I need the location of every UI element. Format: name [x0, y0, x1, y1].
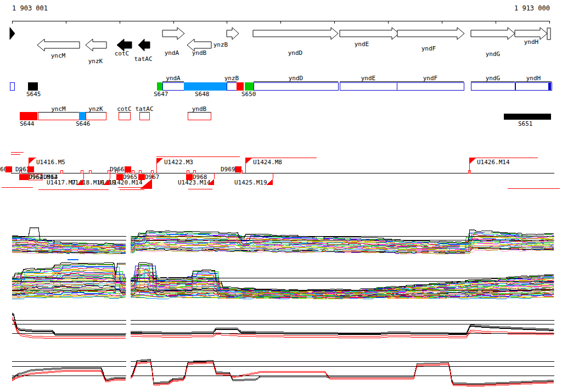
segment-box-S651[interactable] [504, 114, 550, 119]
profile-series [131, 266, 554, 291]
gene-arrow-yndA[interactable] [162, 27, 184, 40]
segment-track-b: S644yncMS646ynzKcotCtatACyndBS651 [20, 105, 550, 127]
segment-gene-label-yndH[interactable]: yndH [526, 75, 541, 82]
gene-label-cotC: cotC [115, 50, 130, 57]
browser-canvas[interactable]: yncMynzKcotCtatACyndAyndBynzByndDyndEynd… [0, 0, 562, 392]
segment-id-label-S644: S644 [20, 120, 35, 127]
probe-tick-box[interactable] [187, 170, 189, 173]
gene-arrow-tatAC[interactable] [138, 39, 150, 51]
ruler [12, 21, 549, 24]
profile-2[interactable] [12, 262, 554, 299]
gene-arrow-yndH[interactable] [515, 27, 547, 40]
segment-gene-label-cotC[interactable]: cotC [117, 105, 132, 113]
segment-gene-label-ynzK[interactable]: ynzK [88, 105, 103, 113]
probe-box-D963[interactable] [27, 166, 34, 172]
segment-box[interactable] [237, 82, 243, 90]
probe-tick-box[interactable] [139, 170, 141, 173]
gene-arrow-cotC[interactable] [117, 39, 132, 51]
gene-arrow-yndD[interactable] [253, 27, 338, 40]
segment-box-yndA[interactable] [162, 82, 184, 90]
profile-plots[interactable] [12, 219, 554, 392]
probe-tick-box[interactable] [151, 170, 153, 173]
probe-label-U1425.M19[interactable]: U1425.M19 [234, 179, 267, 186]
segment-box-cotC[interactable] [119, 112, 130, 120]
segment-gene-label-yndG[interactable]: yndG [486, 75, 501, 82]
probe-box-cluster[interactable] [19, 174, 29, 180]
segment-box-tatAC[interactable] [139, 112, 149, 120]
segment-box[interactable] [548, 82, 550, 90]
probe-box-D969[interactable] [235, 166, 241, 172]
segment-box-yncM[interactable] [38, 112, 79, 120]
probe-box-D966[interactable] [125, 166, 131, 172]
segment-box[interactable] [10, 82, 14, 90]
probe-track: U1416.M5U1422.M3U1424.M8U1426.M1460D963D… [0, 152, 560, 189]
probe-label-U1420.M14[interactable]: U1420.M14 [110, 179, 143, 186]
up-flag-icon[interactable] [156, 158, 163, 164]
genome-browser: 1 903 001 1 913 000 yncMynzKcotCtatACynd… [0, 0, 562, 392]
probe-label-U1416.M5[interactable]: U1416.M5 [36, 159, 65, 166]
segment-box-yndG[interactable] [471, 82, 515, 90]
segment-id-label-S646: S646 [76, 120, 91, 127]
segment-gene-label-yncM[interactable]: yncM [51, 105, 66, 113]
segment-gene-label-yndD[interactable]: yndD [289, 75, 304, 82]
segment-box-S644[interactable] [20, 112, 37, 120]
profile-3[interactable] [12, 313, 554, 338]
gene-arrow-ynzB[interactable] [227, 27, 239, 40]
probe-tick-box[interactable] [132, 170, 134, 173]
gene-arrow-ynzK[interactable] [86, 39, 106, 51]
gene-label-ynzK: ynzK [88, 58, 103, 65]
segment-box-yndF[interactable] [397, 82, 464, 90]
probe-label-U1423.M14[interactable]: U1423.M14 [178, 179, 211, 186]
segment-gene-label-yndE[interactable]: yndE [361, 75, 376, 82]
segment-track-a: S645S647yndAS648ynzBS650yndDyndEyndFyndG… [10, 75, 552, 98]
down-flag-icon[interactable] [266, 179, 273, 185]
segment-box-yndB[interactable] [188, 112, 211, 120]
profile-1[interactable] [12, 227, 554, 254]
segment-box-yndD[interactable] [254, 82, 338, 90]
segment-id-label-S645: S645 [26, 91, 41, 98]
profile-line [12, 367, 126, 379]
gene-arrow-track: yncMynzKcotCtatACyndAyndBynzByndDyndEynd… [10, 27, 550, 65]
gene-label-yndG: yndG [486, 51, 501, 58]
segment-gene-label-yndB[interactable]: yndB [192, 105, 207, 113]
segment-gene-label-ynzB[interactable]: ynzB [224, 75, 239, 82]
segment-box-S648[interactable] [184, 82, 227, 90]
probe-label-D969[interactable]: D969 [221, 166, 235, 173]
gene-arrow-partial-right[interactable] [547, 28, 550, 40]
segment-gene-label-tatAC[interactable]: tatAC [135, 105, 153, 113]
segment-gene-label-yndA[interactable]: yndA [166, 75, 181, 82]
segment-box-S646[interactable] [79, 112, 86, 120]
segment-box-S645[interactable] [28, 82, 37, 90]
segment-box-S647[interactable] [157, 82, 162, 90]
gene-label-yndB: yndB [192, 49, 207, 57]
gene-arrow-yndG[interactable] [471, 27, 515, 40]
probe-label-U1426.M14[interactable]: U1426.M14 [477, 159, 510, 166]
probe-tick-box[interactable] [81, 170, 83, 173]
up-flag-icon[interactable] [29, 158, 35, 164]
segment-box-ynzK[interactable] [86, 112, 106, 120]
segment-box-S650[interactable] [245, 82, 254, 90]
probe-label-U1424.M8[interactable]: U1424.M8 [253, 159, 282, 166]
probe-label-D966[interactable]: D966 [110, 166, 125, 173]
segment-box-ynzB[interactable] [227, 82, 237, 90]
gene-arrow-yndF[interactable] [397, 27, 464, 40]
gene-label-ynzB: ynzB [213, 41, 228, 48]
gene-label-yndH: yndH [524, 38, 539, 46]
gene-arrow-yndE[interactable] [340, 27, 399, 40]
gene-arrow-yncM[interactable] [37, 39, 80, 51]
segment-box-yndE[interactable] [340, 82, 397, 90]
probe-box-60[interactable] [5, 166, 12, 172]
up-flag-icon[interactable] [245, 158, 252, 164]
probe-tick-box[interactable] [89, 170, 91, 173]
gene-label-yndE: yndE [355, 41, 369, 48]
segment-box-yndH[interactable] [515, 82, 552, 90]
segment-gene-label-yndF[interactable]: yndF [423, 75, 438, 82]
probe-label-U1422.M3[interactable]: U1422.M3 [164, 159, 193, 166]
probe-tick-box[interactable] [60, 170, 63, 173]
gene-label-tatAC: tatAC [134, 55, 152, 63]
gene-arrow-partial-left[interactable] [10, 27, 15, 40]
probe-tick-box[interactable] [193, 170, 195, 173]
up-flag-icon[interactable] [469, 158, 476, 164]
profile-4[interactable] [12, 359, 554, 386]
coverage-gap [126, 219, 131, 392]
